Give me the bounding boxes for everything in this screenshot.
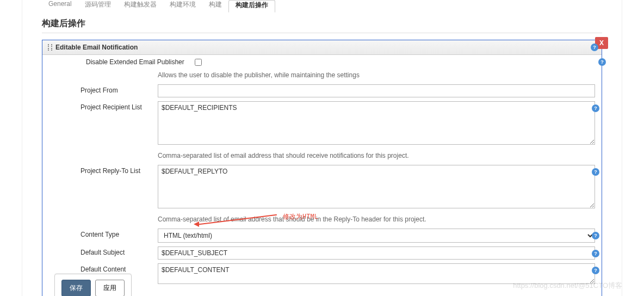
- tab-general[interactable]: General: [42, 0, 78, 13]
- content-type-select[interactable]: HTML (text/html): [158, 229, 595, 243]
- help-icon[interactable]: [591, 44, 598, 51]
- disable-publisher-help: Allows the user to disable the publisher…: [158, 70, 595, 81]
- disable-publisher-label: Disable Extended Email Publisher: [86, 58, 195, 66]
- help-icon[interactable]: [598, 58, 606, 66]
- project-from-label: Project From: [49, 84, 158, 94]
- config-tabs: General 源码管理 构建触发器 构建环境 构建 构建后操作: [42, 0, 602, 13]
- disable-publisher-checkbox[interactable]: [195, 59, 202, 66]
- replyto-label: Project Reply-To List: [49, 165, 158, 175]
- replyto-help-text: Comma-separated list of email address th…: [158, 214, 595, 225]
- help-icon[interactable]: [592, 232, 599, 239]
- step-header[interactable]: Editable Email Notification: [42, 40, 602, 55]
- save-button[interactable]: 保存: [61, 280, 91, 296]
- recipients-label: Project Recipient List: [49, 101, 158, 111]
- help-icon[interactable]: [592, 267, 599, 274]
- help-icon[interactable]: [592, 104, 599, 112]
- content-type-label: Content Type: [49, 229, 158, 238]
- tab-build[interactable]: 构建: [202, 0, 228, 13]
- tab-env[interactable]: 构建环境: [163, 0, 202, 13]
- project-from-input[interactable]: [158, 84, 595, 97]
- section-title: 构建后操作: [42, 13, 602, 33]
- action-buttons: 保存 应用: [54, 274, 132, 296]
- email-notification-step: X Editable Email Notification Disable Ex…: [42, 40, 602, 296]
- recipients-textarea[interactable]: $DEFAULT_RECIPIENTS: [158, 101, 595, 145]
- default-content-textarea[interactable]: $DEFAULT_CONTENT: [158, 263, 595, 284]
- replyto-textarea[interactable]: $DEFAULT_REPLYTO: [158, 165, 595, 208]
- default-subject-input[interactable]: [158, 246, 595, 260]
- step-title: Editable Email Notification: [55, 44, 138, 51]
- default-content-label: Default Content: [49, 263, 158, 273]
- tab-post-build[interactable]: 构建后操作: [228, 0, 275, 13]
- default-subject-label: Default Subject: [49, 246, 158, 256]
- tab-triggers[interactable]: 构建触发器: [117, 0, 163, 13]
- apply-button[interactable]: 应用: [95, 280, 125, 296]
- tab-scm[interactable]: 源码管理: [78, 0, 117, 13]
- help-icon[interactable]: [592, 250, 599, 257]
- disable-publisher-row: Disable Extended Email Publisher: [42, 55, 602, 67]
- recipients-help-text: Comma-separated list of email address th…: [158, 150, 595, 161]
- help-icon[interactable]: [592, 168, 599, 176]
- drag-handle-icon[interactable]: [48, 44, 52, 51]
